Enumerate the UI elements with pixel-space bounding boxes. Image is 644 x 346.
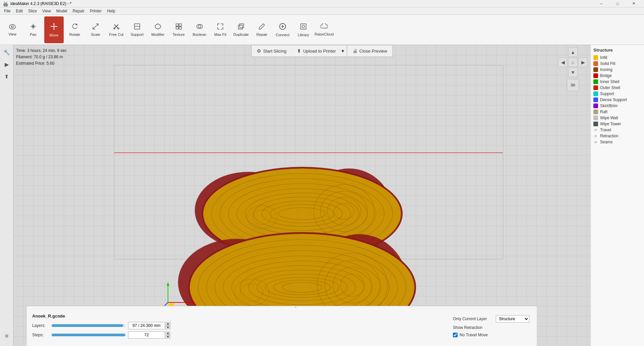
no-travel-row: No Travel Move: [453, 333, 531, 337]
no-travel-label: No Travel Move: [460, 333, 488, 337]
legend-label-ironing: Ironing: [600, 67, 612, 72]
nav-left-button[interactable]: ◀: [558, 58, 568, 67]
legend-icon-retraction: ⟳: [593, 134, 598, 138]
close-button[interactable]: ✕: [626, 0, 641, 7]
menu-item-repair[interactable]: Repair: [70, 8, 87, 14]
tool-view-button[interactable]: View: [3, 16, 22, 43]
tool-freecut-button[interactable]: Free Cut: [107, 16, 126, 43]
nav-right-button[interactable]: ▶: [578, 58, 588, 67]
tool-connect-button[interactable]: Connect: [273, 16, 292, 43]
move-icon: [50, 22, 58, 32]
legend-color-wipe-wall: [593, 116, 598, 120]
grid-button[interactable]: ⊞: [2, 331, 11, 341]
export-button[interactable]: ⬆: [2, 72, 11, 81]
layers-up-button[interactable]: ▲: [166, 322, 170, 326]
steps-label: Steps:: [32, 333, 49, 337]
play-button[interactable]: ▶: [2, 60, 11, 69]
legend-label-bridge: Bridge: [600, 73, 612, 78]
steps-spinner: ▲ ▼: [166, 332, 170, 339]
start-slicing-button[interactable]: ⚙ Start Slicing: [251, 45, 292, 57]
tool-duplicate-button[interactable]: Duplicate: [231, 16, 251, 43]
menu-item-view[interactable]: View: [40, 8, 54, 14]
texture-label: Texture: [173, 32, 185, 37]
legend-title: Structure: [593, 48, 641, 53]
titlebar-controls[interactable]: ─ □ ✕: [594, 0, 641, 7]
legend-item-bridge: Bridge: [593, 73, 641, 78]
structure-dropdown[interactable]: Structure: [496, 315, 529, 323]
svg-rect-71: [169, 303, 174, 306]
upload-dropdown-button[interactable]: ▼: [339, 45, 347, 57]
tool-texture-button[interactable]: Texture: [169, 16, 188, 43]
legend-label-travel: Travel: [600, 128, 611, 132]
steps-fill: [52, 334, 125, 336]
tool-raisecloud-button[interactable]: RaiseCloud: [314, 16, 334, 43]
tool-repair-button[interactable]: Repair: [252, 16, 272, 43]
layers-track[interactable]: [52, 324, 125, 327]
duplicate-label: Duplicate: [233, 32, 249, 37]
library-label: Library: [298, 33, 309, 37]
library-icon: [300, 23, 307, 31]
steps-up-button[interactable]: ▲: [166, 332, 170, 335]
tool-move-button[interactable]: Move: [44, 16, 64, 43]
minimize-button[interactable]: ─: [594, 0, 609, 7]
menu-item-model[interactable]: Model: [54, 8, 70, 14]
legend-item-outer-shell: Outer Shell: [593, 85, 641, 90]
nav-up-button[interactable]: ▲: [568, 48, 578, 57]
left-panel: 🔧 ▶ ⬆ ⊞: [0, 45, 13, 346]
titlebar-left: 🖨️ ideaMaker 4.2.3 (RAISE3D E2) - *: [3, 1, 71, 6]
view-icon: [9, 23, 16, 31]
viewport[interactable]: Time: 3 hours, 24 min, 9 sec Filament: 7…: [13, 45, 590, 346]
tool-rotate-button[interactable]: Rotate: [65, 16, 84, 43]
svg-marker-9: [155, 24, 161, 29]
svg-point-20: [302, 25, 305, 28]
tool-boolean-button[interactable]: Boolean: [190, 16, 209, 43]
tool-library-button[interactable]: Library: [294, 16, 313, 43]
tool-support-button[interactable]: Support: [127, 16, 147, 43]
show-retraction-row: Show Retraction: [453, 325, 531, 330]
no-travel-checkbox[interactable]: [453, 333, 458, 337]
layers-input[interactable]: [128, 322, 165, 329]
view-3d-button[interactable]: 3D: [567, 79, 579, 91]
steps-input[interactable]: [128, 331, 165, 339]
legend-label-skirt-brim: Skirt/Brim: [600, 103, 618, 108]
steps-down-button[interactable]: ▼: [166, 335, 170, 339]
svg-point-0: [9, 24, 15, 29]
filament-info: Filament: 70.0 g / 23.86 m: [16, 54, 67, 60]
legend-color-wipe-tower: [593, 122, 598, 126]
layers-label: Layers:: [32, 323, 49, 328]
restore-button[interactable]: □: [610, 0, 625, 7]
layers-down-button[interactable]: ▼: [166, 326, 170, 329]
menu-item-edit[interactable]: Edit: [13, 8, 25, 14]
close-preview-button[interactable]: 🖨 Close Preview: [347, 45, 393, 57]
title-bar: 🖨️ ideaMaker 4.2.3 (RAISE3D E2) - * ─ □ …: [0, 0, 644, 7]
nav-home-button[interactable]: ⌂: [568, 58, 578, 67]
legend-label-solid-fill: Solid Fill: [600, 61, 615, 66]
tool-modifier-button[interactable]: Modifier: [148, 16, 168, 43]
nav-down-button[interactable]: ▼: [568, 68, 578, 77]
modifier-label: Modifier: [151, 32, 164, 37]
legend-color-inner-shell: [593, 79, 598, 84]
menu-item-slice[interactable]: Slice: [25, 8, 40, 14]
repair-label: Repair: [256, 32, 267, 37]
legend-label-support: Support: [600, 91, 614, 96]
menu-item-file[interactable]: File: [1, 8, 13, 14]
svg-rect-12: [176, 27, 178, 29]
slicing-icon: ⚙: [257, 48, 261, 54]
steps-track[interactable]: [52, 334, 125, 336]
bottom-panel: Anoek_R.gcode Layers: ▲ ▼ S: [27, 306, 537, 346]
upload-to-printer-button[interactable]: ⬆ Upload to Printer: [292, 45, 339, 57]
legend-label-retraction: Retraction: [600, 134, 619, 138]
svg-point-1: [11, 26, 13, 28]
svg-marker-4: [75, 23, 77, 25]
bottom-right: Only Current Layer Structure Show Retrac…: [448, 315, 531, 337]
only-current-layer-row: Only Current Layer Structure: [453, 315, 531, 323]
tool-maxfit-button[interactable]: Max Fit: [211, 16, 230, 43]
tool-pan-button[interactable]: Pan: [23, 16, 43, 43]
wrench-tool-button[interactable]: 🔧: [2, 48, 11, 57]
layers-value-container: ▲ ▼: [128, 322, 170, 329]
tool-scale-button[interactable]: Scale: [86, 16, 105, 43]
duplicate-icon: [238, 23, 244, 31]
menu-item-help[interactable]: Help: [104, 8, 118, 14]
drag-handle[interactable]: • • • • •: [295, 304, 309, 306]
menu-item-printer[interactable]: Printer: [87, 8, 104, 14]
